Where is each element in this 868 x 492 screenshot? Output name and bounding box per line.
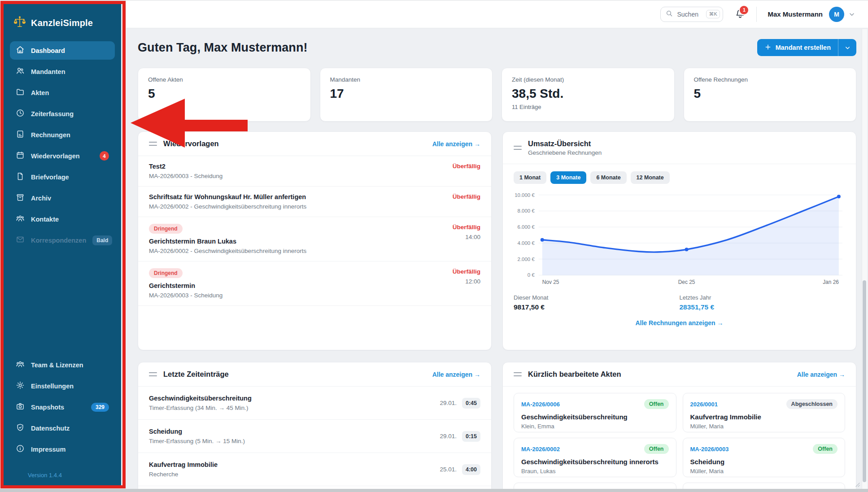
page-icon	[16, 172, 25, 182]
sidebar-item-label: Archiv	[31, 195, 51, 202]
wiedervorlage-item[interactable]: Test2 MA-2026/0003 - Scheidung Überfälli…	[138, 156, 491, 187]
wiedervorlage-item[interactable]: Dringend Gerichtstermin Braun Lukas MA-2…	[138, 217, 491, 261]
period-3-monate[interactable]: 3 Monate	[550, 171, 586, 184]
create-mandant-label: Mandant erstellen	[776, 44, 831, 51]
item-title: Geschwindigkeitsüberschreitung	[149, 395, 252, 402]
search-box[interactable]: ⌘K	[660, 7, 723, 22]
sidebar-footer: Team & Lizenzen Einstellungen Snapshots …	[10, 356, 115, 479]
akte-card[interactable]: MA-2026/0002 Offen Geschwindigkeitsübers…	[514, 438, 676, 477]
revenue-area-chart: 0 €2.000 €4.000 €6.000 €8.000 €10.000 €N…	[514, 191, 845, 288]
sidebar-item-label: Korrespondenzen	[31, 237, 86, 244]
gear-icon	[16, 381, 25, 391]
sidebar-item-label: Zeiterfassung	[31, 110, 74, 118]
entry-date: 29.01.	[440, 400, 457, 406]
akte-number-link[interactable]: MA-2026/0006	[521, 401, 560, 408]
akten-panel: Kürzlich bearbeitete Akten Alle anzeigen…	[502, 362, 856, 492]
sidebar: KanzleiSimple Dashboard Mandanten Akten …	[4, 4, 121, 486]
zeiteintraege-show-all-link[interactable]: Alle anzeigen →	[432, 371, 480, 378]
sidebar-item-zeiterfassung[interactable]: Zeiterfassung	[10, 104, 115, 123]
akte-card[interactable]: MA-2026/0003 Offen Scheidung Müller, Mar…	[683, 438, 846, 477]
page-scrollbar[interactable]	[862, 29, 867, 489]
akte-number-link[interactable]: MA-2026/0002	[521, 446, 560, 453]
panel-title: Wiedervorlagen	[163, 139, 219, 148]
zeiteintrag-item[interactable]: Scheidung Timer-Erfassung (5 Min. → 15 M…	[138, 420, 491, 453]
scrollbar-thumb[interactable]	[863, 280, 866, 482]
akte-card[interactable]: MA-2026/0006 Offen Geschwindigkeitsübers…	[514, 393, 676, 432]
duration-badge: 0:15	[462, 431, 480, 442]
panel-subtitle: Geschriebene Rechnungen	[528, 149, 602, 156]
search-shortcut-badge: ⌘K	[706, 10, 720, 18]
wiedervorlagen-panel: Wiedervorlagen Alle anzeigen → Test2 MA-…	[138, 131, 492, 350]
akten-show-all-link[interactable]: Alle anzeigen →	[797, 371, 845, 378]
sidebar-item-wiedervorlagen[interactable]: Wiedervorlagen 4	[10, 147, 115, 165]
sidebar-item-rechnungen[interactable]: Rechnungen	[10, 126, 115, 144]
overdue-status: Überfällig	[439, 224, 480, 231]
sidebar-item-team-lizenzen[interactable]: Team & Lizenzen	[10, 356, 115, 374]
sidebar-item-label: Mandanten	[31, 68, 65, 75]
drag-handle-icon[interactable]	[149, 370, 157, 378]
svg-text:Nov 25: Nov 25	[542, 279, 559, 285]
topbar-divider	[756, 7, 757, 22]
create-mandant-button[interactable]: Mandant erstellen	[757, 39, 856, 56]
user-menu[interactable]: M	[829, 7, 855, 22]
akte-person: Braun, Lukas	[521, 468, 669, 475]
stat-value: 5	[694, 87, 846, 101]
status-badge: Abgeschlossen	[786, 399, 837, 409]
item-subtitle: Recherche	[149, 471, 218, 478]
akte-card[interactable]: 2026/0001 Abgeschlossen Kaufvertrag Immo…	[683, 393, 846, 432]
show-all-invoices-link[interactable]: Alle Rechnungen anzeigen →	[514, 319, 845, 327]
sidebar-item-impressum[interactable]: Impressum	[10, 440, 115, 458]
notification-count-badge: 1	[739, 5, 749, 15]
wiedervorlage-item[interactable]: Dringend Gerichtstermin MA-2026/0003 - S…	[138, 261, 491, 306]
sidebar-item-label: Einstellungen	[31, 383, 74, 390]
sidebar-item-label: Wiedervorlagen	[31, 152, 80, 160]
period-12-monate[interactable]: 12 Monate	[631, 171, 670, 184]
users-icon	[16, 66, 25, 77]
sidebar-item-label: Datenschutz	[31, 425, 70, 432]
overdue-status: Überfällig	[439, 193, 480, 200]
sidebar-item-mandanten[interactable]: Mandanten	[10, 62, 115, 81]
sidebar-item-akten[interactable]: Akten	[10, 83, 115, 102]
wiedervorlagen-show-all-link[interactable]: Alle anzeigen →	[432, 140, 480, 148]
avatar[interactable]: M	[829, 7, 844, 22]
notifications-button[interactable]: 1	[735, 8, 746, 21]
brand: KanzleiSimple	[10, 14, 115, 41]
sidebar-item-datenschutz[interactable]: Datenschutz	[10, 419, 115, 437]
akte-title: Kaufvertrag Immobilie	[690, 413, 838, 421]
search-input[interactable]	[676, 10, 703, 18]
item-subtitle: MA-2026/0003 - Scheidung	[149, 173, 222, 179]
sidebar-item-einstellungen[interactable]: Einstellungen	[10, 377, 115, 395]
resize-handle-icon[interactable]	[854, 481, 860, 487]
stat-card-offene-rechnungen: Offene Rechnungen 5	[684, 68, 857, 122]
zeiteintrag-item[interactable]: Geschwindigkeitsüberschreitung Timer-Erf…	[138, 387, 491, 420]
scales-logo-icon	[13, 16, 26, 30]
period-6-monate[interactable]: 6 Monate	[590, 171, 626, 184]
calendar-icon	[16, 151, 25, 161]
sidebar-item-briefvorlage[interactable]: Briefvorlage	[10, 168, 115, 186]
brand-name: KanzleiSimple	[31, 18, 93, 28]
sidebar-item-dashboard[interactable]: Dashboard	[10, 41, 115, 60]
sidebar-item-korrespondenzen[interactable]: Korrespondenzen Bald	[10, 231, 115, 249]
drag-handle-icon[interactable]	[514, 144, 522, 152]
zeiteintrag-item[interactable]: Kaufvertrag Immobilie Recherche 25.01. 4…	[138, 453, 491, 486]
drag-handle-icon[interactable]	[149, 140, 157, 148]
status-badge: Offen	[644, 399, 669, 409]
drag-handle-icon[interactable]	[514, 370, 522, 378]
sidebar-item-snapshots[interactable]: Snapshots 329	[10, 398, 115, 416]
akte-person: Müller, Maria	[690, 423, 838, 430]
dringend-badge: Dringend	[149, 268, 183, 278]
sidebar-item-archiv[interactable]: Archiv	[10, 189, 115, 207]
create-dropdown-button[interactable]	[838, 39, 856, 56]
sidebar-item-kontakte[interactable]: Kontakte	[10, 210, 115, 228]
sidebar-nav: Dashboard Mandanten Akten Zeiterfassung …	[10, 41, 115, 252]
main-area: ⌘K 1 Max Mustermann M Guten Tag, Max Mus…	[126, 0, 868, 492]
period-1-monat[interactable]: 1 Monat	[514, 171, 546, 184]
user-name: Max Mustermann	[768, 10, 823, 18]
wiedervorlage-item[interactable]: Schriftsatz für Wohnungskauf Hr. Müller …	[138, 187, 491, 217]
chevron-down-icon[interactable]	[848, 11, 855, 18]
plus-icon	[764, 44, 772, 52]
akte-number-link[interactable]: MA-2026/0003	[690, 446, 729, 453]
team-icon	[16, 360, 25, 370]
akte-number-link[interactable]: 2026/0001	[690, 401, 718, 408]
stat-label: Offene Rechnungen	[694, 76, 846, 83]
